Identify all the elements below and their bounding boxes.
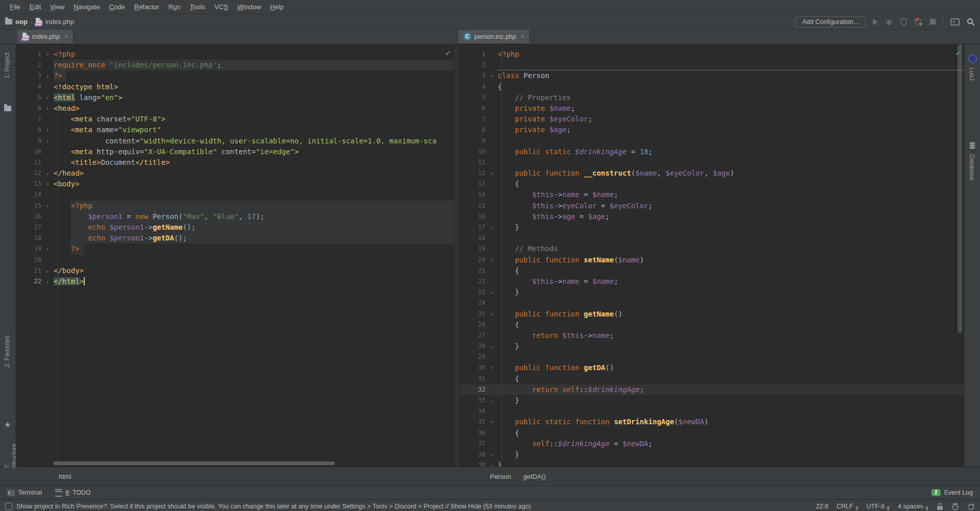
- code-text[interactable]: <?php: [54, 49, 454, 60]
- fold-marker-icon[interactable]: ▾: [485, 362, 498, 373]
- tab-index-php[interactable]: PHP index.php ×: [17, 30, 74, 43]
- fold-marker-icon[interactable]: ▴: [41, 265, 54, 276]
- code-line-34[interactable]: 34: [460, 406, 964, 417]
- code-text[interactable]: <html lang="en">: [54, 92, 454, 103]
- line-number[interactable]: 4: [460, 82, 485, 92]
- search-everywhere-icon[interactable]: [967, 18, 975, 26]
- line-number[interactable]: 16: [16, 211, 41, 222]
- code-line-19[interactable]: 19▴ ?>: [16, 244, 454, 254]
- line-number[interactable]: 21: [16, 265, 41, 276]
- code-line-8[interactable]: 8 private $age;: [460, 125, 964, 135]
- line-number[interactable]: 9: [16, 136, 41, 147]
- line-number[interactable]: 34: [460, 406, 485, 417]
- code-text[interactable]: public function getDA(): [498, 362, 964, 373]
- code-text[interactable]: public static $drinkingAge = 18;: [498, 147, 964, 157]
- run-icon[interactable]: [873, 19, 878, 25]
- line-number[interactable]: 17: [460, 222, 485, 233]
- code-line-7[interactable]: 7 private $eyeColor;: [460, 114, 964, 125]
- line-number[interactable]: 11: [16, 157, 41, 168]
- fold-marker-icon[interactable]: ▾: [485, 417, 498, 427]
- code-line-13[interactable]: 13▾<body>: [16, 179, 454, 189]
- fold-marker-icon[interactable]: ▴: [41, 70, 54, 81]
- fold-marker-icon[interactable]: ▴: [41, 244, 54, 254]
- code-text[interactable]: require_once 'includes/person.inc.php';: [54, 60, 454, 70]
- code-text[interactable]: $this->name = $name;: [498, 189, 964, 200]
- line-number[interactable]: 30: [460, 362, 485, 373]
- line-number[interactable]: 14: [16, 189, 41, 200]
- code-text[interactable]: [54, 255, 454, 265]
- code-line-2[interactable]: 2: [460, 60, 964, 70]
- readonly-lock-icon[interactable]: [937, 503, 943, 510]
- code-line-18[interactable]: 18: [460, 233, 964, 244]
- fold-marker-icon[interactable]: ▴: [485, 449, 498, 460]
- line-number[interactable]: 10: [460, 147, 485, 157]
- line-number[interactable]: 15: [16, 201, 41, 211]
- line-number[interactable]: 20: [16, 255, 41, 265]
- code-text[interactable]: <head>: [54, 103, 454, 114]
- encoding-widget[interactable]: UTF-8: [867, 503, 890, 510]
- code-line-19[interactable]: 19 // Methods: [460, 244, 964, 254]
- code-text[interactable]: <meta http-equiv="X-UA-Compatible" conte…: [54, 147, 454, 157]
- fold-marker-icon[interactable]: ▾: [485, 70, 498, 81]
- fold-marker-icon[interactable]: ▾: [41, 179, 54, 189]
- code-line-4[interactable]: 4<!doctype html>: [16, 82, 454, 92]
- code-text[interactable]: ?>: [54, 244, 454, 254]
- code-line-8[interactable]: 8▾ <meta name="viewport": [16, 125, 454, 135]
- line-number[interactable]: 29: [460, 352, 485, 362]
- fold-marker-icon[interactable]: ▾: [41, 49, 54, 60]
- line-number[interactable]: 5: [460, 92, 485, 103]
- code-line-33[interactable]: 33▴ }: [460, 395, 964, 406]
- breadcrumb-item[interactable]: getDA(): [523, 473, 546, 480]
- code-text[interactable]: public function getName(): [498, 309, 964, 320]
- code-line-39[interactable]: 39▴}: [460, 460, 964, 467]
- code-line-2[interactable]: 2require_once 'includes/person.inc.php';: [16, 60, 454, 70]
- fold-marker-icon[interactable]: ▴: [485, 460, 498, 467]
- tool-button-favorites[interactable]: 2: Favorites: [4, 335, 11, 368]
- code-text[interactable]: private $eyeColor;: [498, 114, 964, 125]
- code-text[interactable]: return $this->name;: [498, 330, 964, 341]
- code-line-6[interactable]: 6 private $name;: [460, 103, 964, 114]
- menu-tools[interactable]: Tools: [185, 3, 210, 11]
- fold-marker-icon[interactable]: ▴: [41, 276, 54, 287]
- code-line-29[interactable]: 29: [460, 352, 964, 362]
- code-line-5[interactable]: 5▾<html lang="en">: [16, 92, 454, 103]
- menu-edit[interactable]: Edit: [25, 3, 45, 11]
- code-text[interactable]: {: [498, 428, 964, 439]
- menu-vcs[interactable]: VCS: [210, 3, 233, 11]
- horizontal-scrollbar[interactable]: [54, 461, 335, 465]
- code-line-13[interactable]: 13 {: [460, 179, 964, 189]
- line-number[interactable]: 2: [16, 60, 41, 70]
- code-line-11[interactable]: 11: [460, 157, 964, 168]
- code-text[interactable]: $this->eyeColor = $eyeColor;: [498, 201, 964, 211]
- profiler-icon[interactable]: [915, 18, 923, 26]
- line-number[interactable]: 33: [460, 395, 485, 406]
- code-line-12[interactable]: 12▾ public function __construct($name, $…: [460, 168, 964, 179]
- tool-button-project[interactable]: 1: Project: [4, 53, 11, 79]
- line-number[interactable]: 15: [460, 201, 485, 211]
- code-line-10[interactable]: 10 <meta http-equiv="X-UA-Compatible" co…: [16, 147, 454, 157]
- code-line-9[interactable]: 9: [460, 136, 964, 147]
- code-text[interactable]: public function setName($name): [498, 255, 964, 265]
- code-text[interactable]: <meta name="viewport": [54, 125, 454, 135]
- line-number[interactable]: 14: [460, 189, 485, 200]
- close-icon[interactable]: ×: [521, 33, 524, 40]
- tool-button-terminal[interactable]: Terminal: [7, 489, 42, 496]
- line-number[interactable]: 18: [16, 233, 41, 244]
- code-text[interactable]: return self::$drinkingAge;: [498, 384, 964, 395]
- fold-marker-icon[interactable]: ▴: [41, 168, 54, 179]
- debug-icon[interactable]: [885, 18, 893, 26]
- add-configuration-button[interactable]: Add Configuration...: [795, 16, 866, 28]
- stop-icon[interactable]: [930, 19, 936, 25]
- line-number[interactable]: 37: [460, 439, 485, 449]
- caret-position-widget[interactable]: 22:8: [816, 503, 828, 510]
- menu-code[interactable]: Code: [105, 3, 130, 11]
- code-text[interactable]: [54, 189, 454, 200]
- tool-button-luaj[interactable]: LuaJ: [968, 67, 975, 81]
- code-text[interactable]: </head>: [54, 168, 454, 179]
- code-text[interactable]: echo $person1->getDA();: [54, 233, 454, 244]
- line-number[interactable]: 1: [460, 49, 485, 60]
- code-line-26[interactable]: 26 {: [460, 320, 964, 330]
- code-line-25[interactable]: 25▾ public function getName(): [460, 309, 964, 320]
- fold-marker-icon[interactable]: ▴: [485, 222, 498, 233]
- run-anything-icon[interactable]: [950, 18, 960, 26]
